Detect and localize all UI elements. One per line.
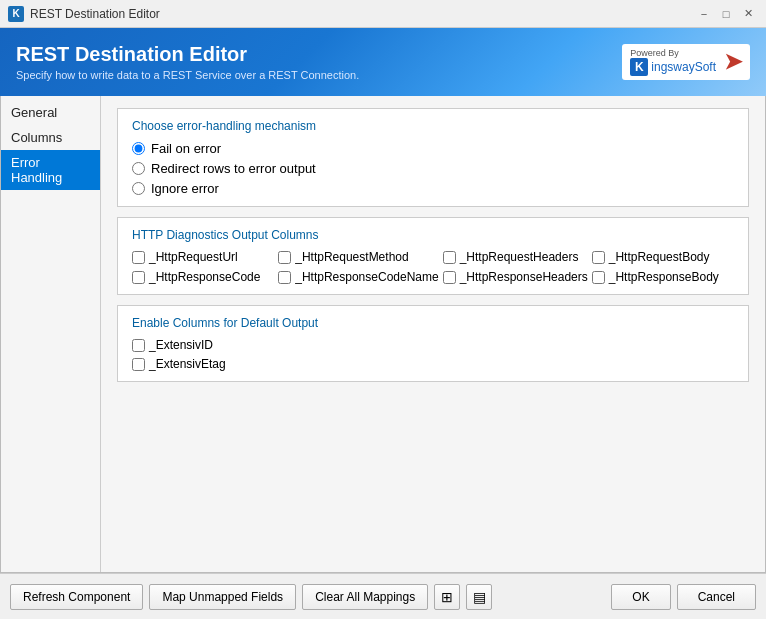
radio-ignore-label: Ignore error: [151, 181, 219, 196]
chk-httpresponsecodename-input[interactable]: [278, 271, 291, 284]
chk-extensivetag[interactable]: _ExtensivEtag: [132, 357, 734, 371]
radio-fail-on-error[interactable]: Fail on error: [132, 141, 734, 156]
chk-httprequestbody-label: _HttpRequestBody: [609, 250, 710, 264]
chk-extensivetag-label: _ExtensivEtag: [149, 357, 226, 371]
chk-httpresponseheaders[interactable]: _HttpResponseHeaders: [443, 270, 588, 284]
sidebar-item-general[interactable]: General: [1, 100, 100, 125]
chk-httpresponsebody-input[interactable]: [592, 271, 605, 284]
grid-icon: ▤: [473, 589, 486, 605]
radio-fail-input[interactable]: [132, 142, 145, 155]
refresh-component-button[interactable]: Refresh Component: [10, 584, 143, 610]
chk-httpresponseheaders-input[interactable]: [443, 271, 456, 284]
diagnostics-checkbox-grid: _HttpRequestUrl _HttpRequestMethod _Http…: [132, 250, 734, 284]
chk-httpresponsecode[interactable]: _HttpResponseCode: [132, 270, 274, 284]
cancel-button[interactable]: Cancel: [677, 584, 756, 610]
chk-extensivid-label: _ExtensivID: [149, 338, 213, 352]
header-banner: REST Destination Editor Specify how to w…: [0, 28, 766, 96]
chk-httprequesturl[interactable]: _HttpRequestUrl: [132, 250, 274, 264]
error-handling-section: Choose error-handling mechanism Fail on …: [117, 108, 749, 207]
chk-httprequestheaders-label: _HttpRequestHeaders: [460, 250, 579, 264]
map-unmapped-button[interactable]: Map Unmapped Fields: [149, 584, 296, 610]
error-section-title: Choose error-handling mechanism: [132, 119, 734, 133]
chk-httpresponsebody[interactable]: _HttpResponseBody: [592, 270, 734, 284]
chk-httpresponsebody-label: _HttpResponseBody: [609, 270, 719, 284]
footer: Refresh Component Map Unmapped Fields Cl…: [0, 573, 766, 619]
ok-button[interactable]: OK: [611, 584, 670, 610]
table-icon: ⊞: [441, 589, 453, 605]
chk-extensivid-input[interactable]: [132, 339, 145, 352]
chk-httpresponsecodename-label: _HttpResponseCodeName: [295, 270, 438, 284]
window-controls: − □ ✕: [694, 5, 758, 23]
window-title: REST Destination Editor: [30, 7, 694, 21]
radio-ignore-input[interactable]: [132, 182, 145, 195]
chk-httpresponseheaders-label: _HttpResponseHeaders: [460, 270, 588, 284]
logo-k: K: [630, 58, 648, 76]
right-panel: Choose error-handling mechanism Fail on …: [101, 96, 765, 572]
radio-redirect-input[interactable]: [132, 162, 145, 175]
header-title: REST Destination Editor: [16, 43, 359, 66]
icon-button-2[interactable]: ▤: [466, 584, 492, 610]
clear-mappings-button[interactable]: Clear All Mappings: [302, 584, 428, 610]
chk-httpresponsecode-input[interactable]: [132, 271, 145, 284]
chk-httpresponsecodename[interactable]: _HttpResponseCodeName: [278, 270, 438, 284]
header-logo: Powered By K ingswaySoft ➤: [622, 44, 750, 81]
chk-extensivid[interactable]: _ExtensivID: [132, 338, 734, 352]
chk-httprequesturl-label: _HttpRequestUrl: [149, 250, 238, 264]
title-bar: K REST Destination Editor − □ ✕: [0, 0, 766, 28]
chk-httprequesturl-input[interactable]: [132, 251, 145, 264]
app-icon: K: [8, 6, 24, 22]
header-subtitle: Specify how to write data to a REST Serv…: [16, 69, 359, 81]
default-output-section: Enable Columns for Default Output _Exten…: [117, 305, 749, 382]
close-button[interactable]: ✕: [738, 5, 758, 23]
radio-redirect-label: Redirect rows to error output: [151, 161, 316, 176]
logo-brand: ingswaySoft: [651, 60, 716, 74]
sidebar-item-error-handling[interactable]: Error Handling: [1, 150, 100, 190]
chk-httprequestbody-input[interactable]: [592, 251, 605, 264]
chk-httprequestbody[interactable]: _HttpRequestBody: [592, 250, 734, 264]
radio-fail-label: Fail on error: [151, 141, 221, 156]
chk-extensivetag-input[interactable]: [132, 358, 145, 371]
minimize-button[interactable]: −: [694, 5, 714, 23]
chk-httprequestheaders[interactable]: _HttpRequestHeaders: [443, 250, 588, 264]
sidebar-item-columns[interactable]: Columns: [1, 125, 100, 150]
header-text: REST Destination Editor Specify how to w…: [16, 43, 359, 81]
default-output-list: _ExtensivID _ExtensivEtag: [132, 338, 734, 371]
chk-httprequestmethod-input[interactable]: [278, 251, 291, 264]
chk-httprequestmethod-label: _HttpRequestMethod: [295, 250, 408, 264]
diagnostics-section: HTTP Diagnostics Output Columns _HttpReq…: [117, 217, 749, 295]
radio-ignore[interactable]: Ignore error: [132, 181, 734, 196]
chk-httprequestmethod[interactable]: _HttpRequestMethod: [278, 250, 438, 264]
chk-httpresponsecode-label: _HttpResponseCode: [149, 270, 260, 284]
diagnostics-section-title: HTTP Diagnostics Output Columns: [132, 228, 734, 242]
logo-bird-icon: ➤: [724, 49, 742, 75]
sidebar: General Columns Error Handling: [1, 96, 101, 572]
icon-button-1[interactable]: ⊞: [434, 584, 460, 610]
chk-httprequestheaders-input[interactable]: [443, 251, 456, 264]
radio-redirect[interactable]: Redirect rows to error output: [132, 161, 734, 176]
logo-powered-text: Powered By K ingswaySoft: [630, 48, 716, 77]
default-output-title: Enable Columns for Default Output: [132, 316, 734, 330]
restore-button[interactable]: □: [716, 5, 736, 23]
main-content: General Columns Error Handling Choose er…: [0, 96, 766, 573]
error-radio-group: Fail on error Redirect rows to error out…: [132, 141, 734, 196]
